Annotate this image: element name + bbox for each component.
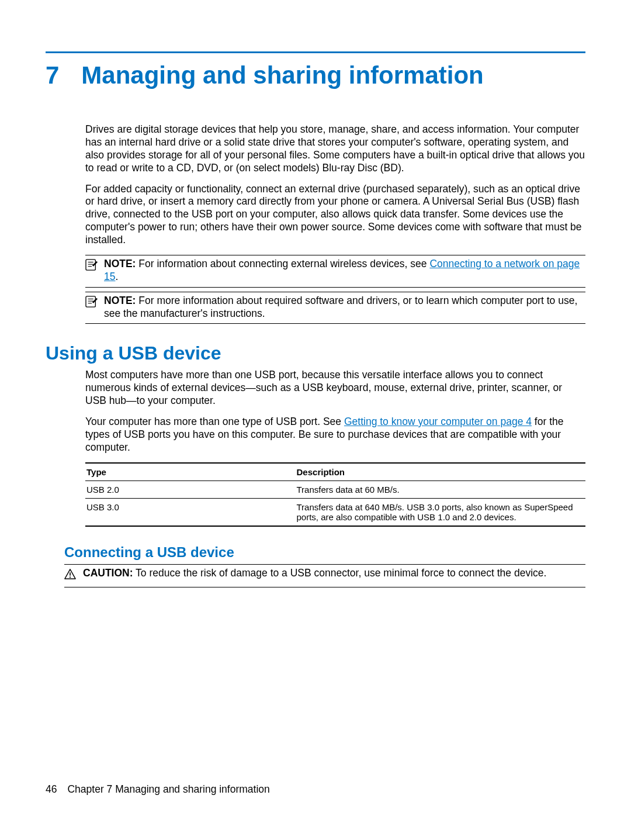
usb-para-2: Your computer has more than one type of … — [85, 416, 585, 454]
note-1: NOTE: For information about connecting e… — [85, 255, 585, 288]
svg-point-9 — [70, 576, 71, 578]
caution-body: CAUTION: To reduce the risk of damage to… — [83, 567, 585, 583]
cell-type: USB 2.0 — [85, 481, 296, 498]
section-using-usb: Using a USB device — [46, 343, 585, 364]
usb-para-1: Most computers have more than one USB po… — [85, 369, 585, 407]
note-2-text: For more information about required soft… — [104, 295, 577, 319]
caution: CAUTION: To reduce the risk of damage to… — [64, 564, 585, 587]
intro-para-2: For added capacity or functionality, con… — [85, 183, 585, 247]
cell-type: USB 3.0 — [85, 498, 296, 526]
intro-block: Drives are digital storage devices that … — [85, 123, 585, 324]
page-number: 46 — [46, 783, 57, 796]
table-header-row: Type Description — [85, 463, 585, 481]
page-content: 7 Managing and sharing information Drive… — [46, 51, 585, 840]
subsection-connecting: Connecting a USB device — [64, 544, 585, 561]
caution-text: To reduce the risk of damage to a USB co… — [136, 567, 546, 579]
usb-body: Most computers have more than one USB po… — [85, 369, 585, 526]
caution-label: CAUTION: — [83, 567, 133, 579]
note-1-body: NOTE: For information about connecting e… — [104, 258, 585, 284]
note-2: NOTE: For more information about require… — [85, 292, 585, 324]
connecting-block: Connecting a USB device CAUTION: To redu… — [85, 544, 585, 587]
note-2-body: NOTE: For more information about require… — [104, 295, 585, 320]
intro-para-1: Drives are digital storage devices that … — [85, 123, 585, 175]
note-1-post: . — [115, 271, 118, 282]
note-1-pre: For information about connecting externa… — [138, 258, 429, 269]
note-icon — [85, 258, 99, 284]
chapter-heading: 7 Managing and sharing information — [46, 63, 585, 88]
note-label: NOTE: — [104, 258, 136, 269]
chapter-number: 7 — [46, 63, 59, 88]
table-row: USB 2.0 Transfers data at 60 MB/s. — [85, 481, 585, 498]
usb-p2-pre: Your computer has more than one type of … — [85, 416, 344, 427]
footer-chapter-ref: Chapter 7 Managing and sharing informati… — [67, 783, 269, 796]
chapter-title: Managing and sharing information — [81, 63, 483, 88]
th-type: Type — [85, 463, 296, 481]
usb-table: Type Description USB 2.0 Transfers data … — [85, 462, 585, 527]
warning-icon — [64, 567, 78, 583]
note-label: NOTE: — [104, 295, 136, 306]
table-row: USB 3.0 Transfers data at 640 MB/s. USB … — [85, 498, 585, 526]
usb-p2-link[interactable]: Getting to know your computer on page 4 — [344, 416, 532, 427]
cell-desc: Transfers data at 640 MB/s. USB 3.0 port… — [296, 498, 585, 526]
th-desc: Description — [296, 463, 585, 481]
note-icon — [85, 295, 99, 320]
top-rule — [46, 51, 585, 53]
cell-desc: Transfers data at 60 MB/s. — [296, 481, 585, 498]
page-footer: 46 Chapter 7 Managing and sharing inform… — [46, 783, 270, 796]
